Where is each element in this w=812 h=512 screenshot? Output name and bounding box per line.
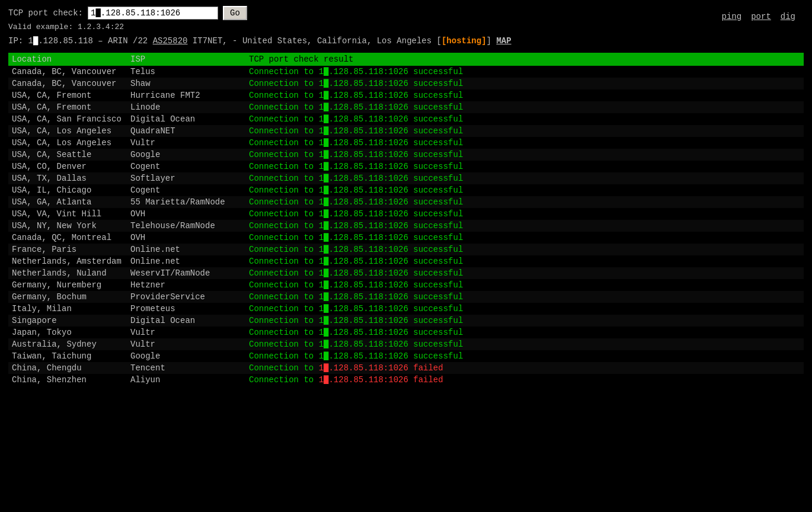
- cell-location: Germany, Bochum: [8, 291, 127, 303]
- cell-isp: Google: [127, 149, 245, 161]
- results-table: Location ISP TCP port check result Canad…: [8, 53, 804, 386]
- table-row: China, ShenzhenAliyunConnection to 1█.12…: [8, 374, 804, 386]
- cell-result: Connection to 1█.128.85.118:1026 success…: [245, 255, 804, 267]
- cell-result: Connection to 1█.128.85.118:1026 success…: [245, 315, 804, 327]
- tcp-check-bar: TCP port check: Go: [8, 6, 804, 20]
- cell-result: Connection to 1█.128.85.118:1026 success…: [245, 89, 804, 101]
- cell-isp: Hetzner: [127, 279, 245, 291]
- table-header-row: Location ISP TCP port check result: [8, 53, 804, 66]
- cell-location: Canada, BC, Vancouver: [8, 66, 127, 78]
- cell-isp: Aliyun: [127, 374, 245, 386]
- cell-isp: Digital Ocean: [127, 315, 245, 327]
- port-link[interactable]: port: [751, 12, 771, 21]
- cell-isp: Cogent: [127, 184, 245, 196]
- cell-isp: Vultr: [127, 327, 245, 338]
- cell-isp: WeservIT/RamNode: [127, 267, 245, 279]
- table-row: France, ParisOnline.netConnection to 1█.…: [8, 244, 804, 255]
- cell-location: USA, VA, Vint Hill: [8, 208, 127, 220]
- cell-result: Connection to 1█.128.85.118:1026 success…: [245, 196, 804, 208]
- cell-location: Japan, Tokyo: [8, 327, 127, 338]
- ping-link[interactable]: ping: [722, 12, 742, 21]
- cell-location: USA, TX, Dallas: [8, 172, 127, 184]
- table-row: Canada, BC, VancouverTelusConnection to …: [8, 66, 804, 78]
- table-row: USA, CA, FremontHurricane FMT2Connection…: [8, 89, 804, 101]
- cell-location: USA, CO, Denver: [8, 161, 127, 172]
- as-link[interactable]: AS25820: [153, 36, 188, 46]
- cell-result: Connection to 1█.128.85.118:1026 success…: [245, 208, 804, 220]
- cell-isp: Vultr: [127, 137, 245, 149]
- cell-result: Connection to 1█.128.85.118:1026 success…: [245, 232, 804, 244]
- cell-result: Connection to 1█.128.85.118:1026 failed: [245, 362, 804, 374]
- cell-result: Connection to 1█.128.85.118:1026 success…: [245, 291, 804, 303]
- cell-location: Netherlands, Amsterdam: [8, 255, 127, 267]
- table-row: Australia, SydneyVultrConnection to 1█.1…: [8, 338, 804, 350]
- cell-result: Connection to 1█.128.85.118:1026 success…: [245, 113, 804, 125]
- cell-location: USA, CA, Fremont: [8, 89, 127, 101]
- nav-links: ping port dig: [722, 12, 795, 21]
- table-row: Netherlands, AmsterdamOnline.netConnecti…: [8, 255, 804, 267]
- table-row: Italy, MilanPrometeusConnection to 1█.12…: [8, 303, 804, 315]
- cell-isp: Prometeus: [127, 303, 245, 315]
- cell-isp: Cogent: [127, 161, 245, 172]
- cell-result: Connection to 1█.128.85.118:1026 success…: [245, 338, 804, 350]
- cell-location: Canada, BC, Vancouver: [8, 78, 127, 89]
- table-row: Canada, QC, MontrealOVHConnection to 1█.…: [8, 232, 804, 244]
- cell-location: USA, IL, Chicago: [8, 184, 127, 196]
- table-row: SingaporeDigital OceanConnection to 1█.1…: [8, 315, 804, 327]
- valid-example: Valid example: 1.2.3.4:22: [8, 23, 804, 31]
- table-row: USA, CA, Los AngelesQuadraNETConnection …: [8, 125, 804, 137]
- col-header-isp: ISP: [127, 53, 245, 66]
- table-row: China, ChengduTencentConnection to 1█.12…: [8, 362, 804, 374]
- cell-isp: ProviderService: [127, 291, 245, 303]
- go-button[interactable]: Go: [223, 6, 247, 20]
- cell-location: Australia, Sydney: [8, 338, 127, 350]
- cell-location: Germany, Nuremberg: [8, 279, 127, 291]
- cell-isp: OVH: [127, 232, 245, 244]
- col-header-location: Location: [8, 53, 127, 66]
- cell-result: Connection to 1█.128.85.118:1026 success…: [245, 78, 804, 89]
- cell-result: Connection to 1█.128.85.118:1026 success…: [245, 279, 804, 291]
- ip-info: IP: 1█.128.85.118 – ARIN /22 AS25820 IT7…: [8, 36, 804, 46]
- cell-result: Connection to 1█.128.85.118:1026 success…: [245, 161, 804, 172]
- cell-isp: OVH: [127, 208, 245, 220]
- table-row: USA, CA, FremontLinodeConnection to 1█.1…: [8, 101, 804, 113]
- table-row: Taiwan, TaichungGoogleConnection to 1█.1…: [8, 350, 804, 362]
- cell-result: Connection to 1█.128.85.118:1026 success…: [245, 303, 804, 315]
- cell-result: Connection to 1█.128.85.118:1026 success…: [245, 66, 804, 78]
- table-row: USA, VA, Vint HillOVHConnection to 1█.12…: [8, 208, 804, 220]
- cell-isp: Telehouse/RamNode: [127, 220, 245, 232]
- cell-result: Connection to 1█.128.85.118:1026 success…: [245, 220, 804, 232]
- table-row: USA, CA, San FranciscoDigital OceanConne…: [8, 113, 804, 125]
- cell-location: Italy, Milan: [8, 303, 127, 315]
- cell-result: Connection to 1█.128.85.118:1026 success…: [245, 327, 804, 338]
- table-row: Netherlands, NulandWeservIT/RamNodeConne…: [8, 267, 804, 279]
- cell-isp: QuadraNET: [127, 125, 245, 137]
- table-row: USA, TX, DallasSoftlayerConnection to 1█…: [8, 172, 804, 184]
- cell-result: Connection to 1█.128.85.118:1026 success…: [245, 184, 804, 196]
- table-row: USA, IL, ChicagoCogentConnection to 1█.1…: [8, 184, 804, 196]
- cell-location: China, Chengdu: [8, 362, 127, 374]
- cell-location: Singapore: [8, 315, 127, 327]
- table-row: USA, CO, DenverCogentConnection to 1█.12…: [8, 161, 804, 172]
- dig-link[interactable]: dig: [781, 12, 795, 21]
- cell-isp: Vultr: [127, 338, 245, 350]
- cell-isp: Online.net: [127, 244, 245, 255]
- cell-result: Connection to 1█.128.85.118:1026 success…: [245, 149, 804, 161]
- cell-location: Netherlands, Nuland: [8, 267, 127, 279]
- cell-isp: Shaw: [127, 78, 245, 89]
- cell-isp: Digital Ocean: [127, 113, 245, 125]
- cell-isp: Hurricane FMT2: [127, 89, 245, 101]
- table-row: USA, GA, Atlanta55 Marietta/RamNodeConne…: [8, 196, 804, 208]
- table-row: Germany, NurembergHetznerConnection to 1…: [8, 279, 804, 291]
- hosting-badge: [hosting]: [442, 36, 487, 46]
- tcp-input[interactable]: [88, 7, 218, 20]
- table-row: USA, CA, SeattleGoogleConnection to 1█.1…: [8, 149, 804, 161]
- cell-result: Connection to 1█.128.85.118:1026 failed: [245, 374, 804, 386]
- cell-location: China, Shenzhen: [8, 374, 127, 386]
- cell-location: USA, NY, New York: [8, 220, 127, 232]
- cell-isp: Telus: [127, 66, 245, 78]
- map-link[interactable]: MAP: [496, 36, 511, 46]
- table-row: USA, NY, New YorkTelehouse/RamNodeConnec…: [8, 220, 804, 232]
- cell-location: USA, CA, Fremont: [8, 101, 127, 113]
- cell-location: USA, CA, San Francisco: [8, 113, 127, 125]
